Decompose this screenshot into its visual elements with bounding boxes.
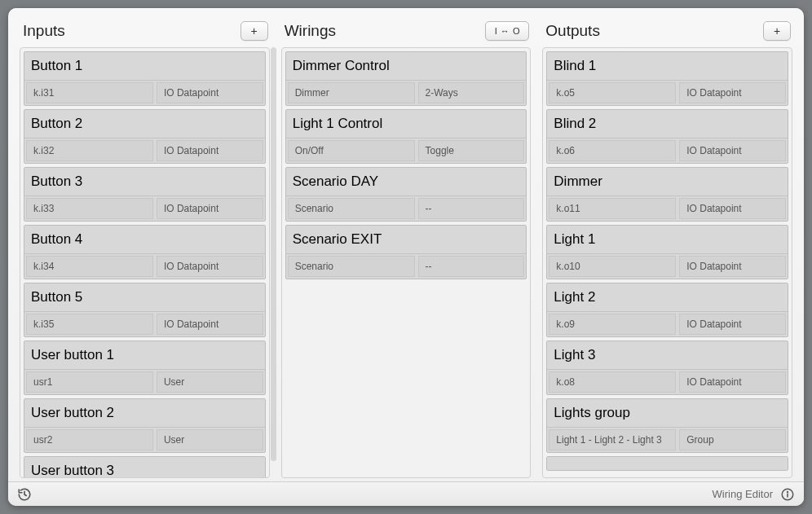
wirings-column: Wirings I ↔ O Dimmer ControlDimmer2-Ways…	[281, 18, 532, 478]
item-title: Lights group	[547, 399, 788, 428]
inputs-column: Inputs + Button 1k.i31IO DatapointButton…	[20, 18, 270, 478]
item-type: IO Datapoint	[157, 140, 263, 161]
inputs-item[interactable]: User button 1usr1User	[24, 340, 266, 395]
inputs-item[interactable]: Button 3k.i33IO Datapoint	[24, 167, 266, 222]
wirings-item[interactable]: Scenario EXITScenario--	[285, 225, 527, 279]
item-id: k.o5	[549, 82, 676, 103]
outputs-item[interactable]: Dimmerk.o11IO Datapoint	[546, 167, 788, 222]
wirings-item[interactable]: Light 1 ControlOn/OffToggle	[285, 109, 527, 164]
inputs-scrollbar[interactable]	[271, 47, 276, 461]
item-detail-row: Light 1 - Light 2 - Light 3Group	[547, 428, 788, 452]
link-io-button[interactable]: I ↔ O	[485, 21, 529, 41]
item-title: User button 2	[24, 399, 265, 428]
outputs-header: Outputs +	[542, 18, 792, 47]
outputs-list[interactable]: Blind 1k.o5IO DatapointBlind 2k.o6IO Dat…	[542, 47, 792, 478]
item-title: Scenario DAY	[286, 168, 527, 196]
columns: Inputs + Button 1k.i31IO DatapointButton…	[8, 8, 804, 481]
item-id: Light 1 - Light 2 - Light 3	[549, 429, 676, 450]
inputs-item[interactable]: Button 4k.i34IO Datapoint	[24, 225, 266, 279]
item-title: Dimmer	[547, 168, 788, 196]
item-title: Button 3	[24, 168, 265, 196]
wirings-item[interactable]: Scenario DAYScenario--	[285, 167, 527, 222]
item-title: Light 1	[547, 226, 788, 254]
item-id: Dimmer	[288, 82, 415, 103]
outputs-item[interactable]: Light 1k.o10IO Datapoint	[546, 225, 788, 279]
item-title: User button 3	[24, 457, 265, 478]
item-id: usr2	[26, 429, 153, 450]
item-detail-row: k.o5IO Datapoint	[547, 81, 788, 105]
item-detail-row: usr1User	[24, 370, 265, 394]
inputs-list[interactable]: Button 1k.i31IO DatapointButton 2k.i32IO…	[20, 47, 270, 478]
outputs-item[interactable]: Lights groupLight 1 - Light 2 - Light 3G…	[546, 398, 788, 453]
wirings-item[interactable]: Dimmer ControlDimmer2-Ways	[285, 51, 527, 106]
info-icon[interactable]	[779, 486, 796, 503]
item-type: IO Datapoint	[157, 314, 263, 335]
item-detail-row: k.i35IO Datapoint	[24, 312, 265, 336]
inputs-item[interactable]: Button 5k.i35IO Datapoint	[24, 283, 266, 337]
item-title: Scenario EXIT	[286, 226, 527, 254]
item-type: IO Datapoint	[679, 256, 786, 277]
item-detail-row: k.o9IO Datapoint	[547, 312, 788, 336]
wirings-title: Wirings	[285, 22, 336, 40]
item-detail-row: usr2User	[24, 428, 265, 452]
item-title	[547, 457, 788, 470]
item-title: Light 3	[547, 341, 788, 370]
item-id: k.i35	[26, 314, 153, 335]
item-type: IO Datapoint	[157, 256, 263, 277]
item-title: User button 1	[24, 341, 265, 370]
item-type: 2-Ways	[418, 82, 525, 103]
item-type: Group	[679, 429, 786, 450]
inputs-item[interactable]: User button 2usr2User	[24, 398, 266, 453]
item-type: Toggle	[418, 140, 525, 161]
item-title: Light 1 Control	[286, 110, 527, 138]
wirings-list[interactable]: Dimmer ControlDimmer2-WaysLight 1 Contro…	[281, 47, 532, 478]
item-type: IO Datapoint	[679, 82, 786, 103]
item-type: IO Datapoint	[679, 198, 786, 219]
item-id: k.i34	[26, 256, 153, 277]
outputs-item[interactable]: Blind 2k.o6IO Datapoint	[546, 109, 788, 164]
item-id: k.i32	[26, 140, 153, 161]
item-id: k.o11	[549, 198, 676, 219]
item-title: Button 5	[24, 283, 265, 312]
item-title: Button 2	[24, 110, 265, 138]
item-id: k.o10	[549, 256, 676, 277]
history-icon[interactable]	[16, 486, 33, 503]
item-detail-row: Dimmer2-Ways	[286, 81, 527, 105]
svg-point-2	[788, 491, 788, 492]
footer-bar: Wiring Editor	[8, 481, 804, 506]
outputs-item[interactable]: Blind 1k.o5IO Datapoint	[546, 51, 788, 106]
item-detail-row: k.i32IO Datapoint	[24, 138, 265, 163]
item-id: k.o9	[549, 314, 676, 335]
inputs-item[interactable]: Button 2k.i32IO Datapoint	[24, 109, 266, 164]
item-detail-row: Scenario--	[286, 196, 527, 221]
item-type: IO Datapoint	[679, 314, 786, 335]
inputs-item[interactable]: Button 1k.i31IO Datapoint	[24, 51, 266, 106]
item-detail-row: k.i33IO Datapoint	[24, 196, 265, 221]
item-title: Blind 2	[547, 110, 788, 138]
wiring-editor-panel: Inputs + Button 1k.i31IO DatapointButton…	[8, 8, 804, 506]
add-output-button[interactable]: +	[763, 21, 791, 41]
item-type: IO Datapoint	[157, 198, 263, 219]
item-type: User	[157, 429, 263, 450]
item-type: IO Datapoint	[679, 371, 786, 393]
item-detail-row: On/OffToggle	[286, 138, 527, 163]
outputs-item[interactable]: Light 2k.o9IO Datapoint	[546, 283, 788, 337]
inputs-header: Inputs +	[20, 18, 270, 47]
outputs-item[interactable]: Light 3k.o8IO Datapoint	[546, 340, 788, 395]
wirings-header: Wirings I ↔ O	[281, 18, 532, 47]
item-type: --	[418, 198, 525, 219]
inputs-title: Inputs	[23, 22, 65, 40]
outputs-item-blank[interactable]	[546, 456, 788, 471]
item-title: Blind 1	[547, 52, 788, 81]
inputs-item[interactable]: User button 3	[24, 456, 266, 478]
item-title: Light 2	[547, 283, 788, 312]
footer-label: Wiring Editor	[713, 488, 773, 500]
item-detail-row: k.o8IO Datapoint	[547, 370, 788, 394]
add-input-button[interactable]: +	[241, 21, 268, 41]
item-title: Button 4	[24, 226, 265, 254]
outputs-title: Outputs	[545, 22, 600, 40]
item-detail-row: k.o11IO Datapoint	[547, 196, 788, 221]
item-id: Scenario	[288, 198, 415, 219]
item-id: k.o8	[549, 371, 676, 393]
item-detail-row: k.o10IO Datapoint	[547, 254, 788, 279]
